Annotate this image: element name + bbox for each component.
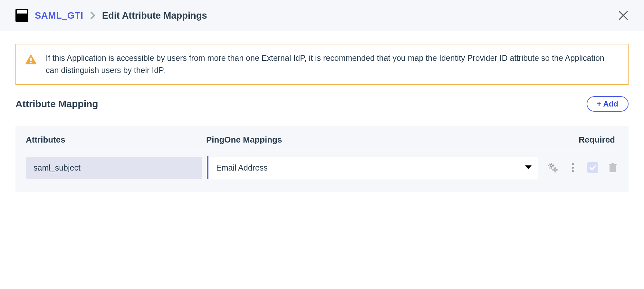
svg-rect-10 — [549, 167, 550, 169]
page-header: SAML_GTI Edit Attribute Mappings — [0, 0, 644, 31]
svg-point-19 — [572, 167, 574, 169]
delete-button[interactable] — [607, 162, 618, 173]
svg-rect-1 — [30, 62, 32, 63]
svg-rect-21 — [610, 165, 616, 172]
add-button[interactable]: + Add — [587, 96, 629, 112]
gears-icon — [548, 163, 558, 172]
svg-rect-0 — [30, 58, 32, 61]
svg-point-18 — [572, 163, 574, 165]
column-header-attributes: Attributes — [26, 135, 206, 145]
warning-alert: If this Application is accessible by use… — [15, 44, 629, 85]
row-actions — [543, 162, 618, 173]
content-area: If this Application is accessible by use… — [0, 31, 644, 205]
svg-point-17 — [554, 169, 556, 171]
svg-rect-9 — [553, 163, 554, 165]
chevron-right-icon — [90, 11, 96, 20]
svg-rect-15 — [552, 170, 553, 171]
mapping-select[interactable] — [207, 156, 538, 179]
svg-rect-14 — [555, 172, 556, 172]
kebab-icon — [572, 163, 574, 172]
warning-text: If this Application is accessible by use… — [46, 52, 619, 76]
mapping-input[interactable] — [216, 163, 525, 172]
svg-point-11 — [551, 165, 552, 166]
section-title: Attribute Mapping — [15, 98, 98, 109]
svg-rect-8 — [553, 167, 554, 169]
application-icon — [15, 9, 28, 22]
section-header: Attribute Mapping + Add — [15, 96, 629, 112]
breadcrumb-current: Edit Attribute Mappings — [102, 10, 207, 21]
breadcrumb-link-app[interactable]: SAML_GTI — [35, 10, 83, 21]
svg-point-20 — [572, 170, 574, 172]
advanced-settings-button[interactable] — [547, 162, 558, 173]
more-options-button[interactable] — [567, 162, 578, 173]
close-button[interactable] — [618, 10, 629, 21]
table-header-row: Attributes PingOne Mappings Required — [23, 135, 621, 150]
breadcrumb: SAML_GTI Edit Attribute Mappings — [15, 9, 207, 22]
svg-rect-3 — [551, 163, 552, 164]
svg-rect-6 — [553, 165, 554, 166]
svg-rect-5 — [548, 165, 549, 166]
svg-rect-13 — [555, 167, 556, 168]
column-header-mappings: PingOne Mappings — [206, 135, 557, 145]
trash-icon — [609, 163, 617, 172]
column-header-required: Required — [557, 135, 618, 145]
caret-down-icon — [525, 165, 532, 171]
svg-rect-16 — [557, 170, 558, 171]
svg-rect-7 — [549, 163, 550, 165]
warning-icon — [25, 54, 37, 66]
svg-rect-4 — [551, 167, 552, 169]
table-row: saml_subject — [23, 150, 621, 179]
mapping-table: Attributes PingOne Mappings Required sam… — [15, 126, 629, 192]
close-icon — [618, 10, 629, 21]
svg-rect-23 — [611, 163, 614, 164]
check-icon — [589, 164, 596, 171]
attribute-name: saml_subject — [26, 157, 202, 179]
required-checkbox[interactable] — [587, 162, 598, 173]
